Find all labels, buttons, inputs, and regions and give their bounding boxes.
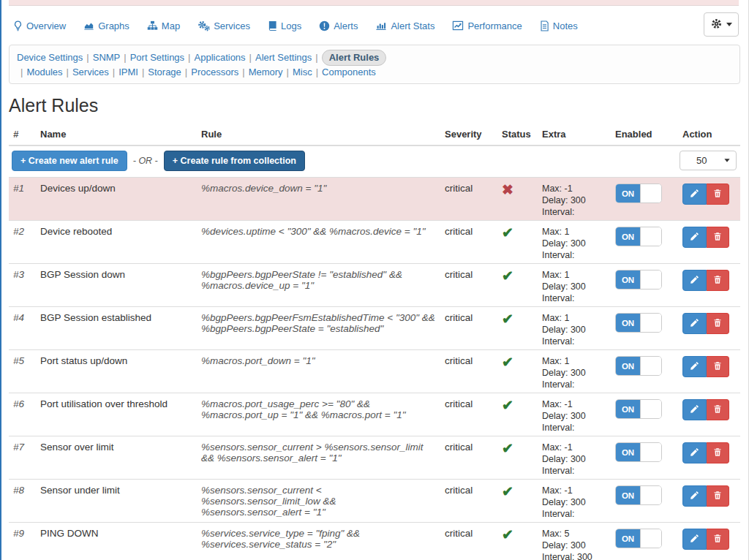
subnav-item-snmp[interactable]: SNMP bbox=[93, 52, 121, 63]
trash-icon bbox=[713, 404, 722, 416]
toggle-handle bbox=[640, 357, 661, 375]
alert-rule-row: #4 BGP Session established %bgpPeers.bgp… bbox=[9, 307, 740, 350]
topnav-item-graphs[interactable]: Graphs bbox=[83, 20, 129, 31]
delete-rule-button[interactable] bbox=[707, 485, 729, 507]
toggle-handle bbox=[640, 529, 661, 548]
rule-number: #3 bbox=[9, 264, 34, 307]
toggle-on-label: ON bbox=[616, 314, 640, 332]
edit-rule-button[interactable] bbox=[682, 529, 707, 550]
toggle-on-label: ON bbox=[616, 270, 640, 289]
device-settings-nav: Device Settings|SNMP|Port Settings|Appli… bbox=[9, 45, 740, 84]
subnav-item-alert-rules[interactable]: Alert Rules bbox=[322, 50, 387, 66]
toggle-on-label: ON bbox=[616, 529, 640, 548]
enabled-toggle[interactable]: ON bbox=[615, 270, 662, 290]
nav-separator: | bbox=[142, 67, 144, 77]
rule-number: #8 bbox=[9, 480, 34, 523]
rule-name: Device rebooted bbox=[34, 221, 195, 264]
edit-rule-button[interactable] bbox=[682, 399, 707, 420]
trash-icon bbox=[713, 318, 722, 330]
alert-rule-row: #9 PING DOWN %services.service_type = "f… bbox=[9, 523, 740, 560]
subnav-item-alert-settings[interactable]: Alert Settings bbox=[255, 52, 312, 63]
topnav-item-label: Notes bbox=[553, 20, 578, 31]
col-header-number: # bbox=[9, 126, 34, 145]
edit-rule-button[interactable] bbox=[682, 313, 707, 334]
edit-rule-button[interactable] bbox=[682, 485, 707, 507]
enabled-toggle[interactable]: ON bbox=[615, 442, 662, 462]
delete-rule-button[interactable] bbox=[707, 227, 729, 248]
subnav-item-services[interactable]: Services bbox=[72, 67, 109, 77]
lightbulb-icon bbox=[13, 20, 23, 31]
delete-rule-button[interactable] bbox=[707, 356, 729, 377]
nav-separator: | bbox=[315, 52, 317, 63]
delete-rule-button[interactable] bbox=[707, 442, 729, 463]
enabled-toggle[interactable]: ON bbox=[615, 399, 662, 419]
topnav-item-map[interactable]: Map bbox=[147, 20, 180, 31]
col-header-status: Status bbox=[496, 126, 536, 145]
col-header-rule: Rule bbox=[195, 126, 439, 145]
col-header-extra: Extra bbox=[536, 126, 609, 145]
pencil-icon bbox=[690, 318, 699, 330]
alert-rule-row: #5 Port status up/down %macros.port_down… bbox=[9, 350, 740, 393]
toggle-on-label: ON bbox=[616, 443, 640, 461]
trash-icon bbox=[713, 232, 722, 243]
delete-rule-button[interactable] bbox=[707, 529, 729, 550]
rule-expression: %macros.port_usage_perc >= "80" && %macr… bbox=[195, 393, 439, 436]
edit-rule-button[interactable] bbox=[682, 356, 707, 377]
delete-rule-button[interactable] bbox=[707, 183, 729, 205]
subnav-item-misc[interactable]: Misc bbox=[293, 67, 312, 77]
topnav-item-services[interactable]: Services bbox=[197, 20, 250, 31]
topnav-item-logs[interactable]: Logs bbox=[268, 20, 301, 31]
subnav-item-modules[interactable]: Modules bbox=[26, 67, 62, 77]
rule-extra: Max: 1Delay: 300Interval: bbox=[536, 264, 609, 307]
check-icon: ✔ bbox=[502, 225, 513, 241]
rule-severity: critical bbox=[439, 221, 496, 264]
rule-extra: Max: -1Delay: 300Interval: bbox=[536, 480, 609, 523]
edit-rule-button[interactable] bbox=[682, 442, 707, 463]
subnav-item-port-settings[interactable]: Port Settings bbox=[130, 52, 184, 63]
device-top-nav: OverviewGraphsMapServicesLogsAlertsAlert… bbox=[13, 13, 740, 38]
create-new-alert-rule-button[interactable]: + Create new alert rule bbox=[12, 151, 127, 171]
subnav-item-components[interactable]: Components bbox=[322, 67, 376, 77]
enabled-toggle[interactable]: ON bbox=[615, 485, 662, 505]
topnav-item-alert-stats[interactable]: Alert Stats bbox=[375, 20, 434, 31]
settings-menu-button[interactable] bbox=[704, 12, 739, 37]
enabled-toggle[interactable]: ON bbox=[615, 313, 662, 333]
enabled-toggle[interactable]: ON bbox=[615, 227, 662, 246]
subnav-item-memory[interactable]: Memory bbox=[249, 67, 283, 77]
enabled-toggle[interactable]: ON bbox=[615, 529, 662, 548]
subnav-item-processors[interactable]: Processors bbox=[191, 67, 238, 77]
rule-number: #2 bbox=[9, 221, 34, 264]
rule-name: BGP Session down bbox=[34, 264, 195, 307]
pencil-icon bbox=[690, 447, 699, 459]
subnav-item-storage[interactable]: Storage bbox=[148, 67, 181, 77]
subnav-item-device-settings[interactable]: Device Settings bbox=[17, 52, 83, 63]
enabled-toggle[interactable]: ON bbox=[615, 356, 662, 376]
nav-separator: | bbox=[86, 52, 89, 63]
edit-rule-button[interactable] bbox=[682, 227, 707, 248]
delete-rule-button[interactable] bbox=[707, 399, 729, 420]
topnav-item-overview[interactable]: Overview bbox=[13, 20, 66, 31]
trash-icon bbox=[713, 189, 722, 200]
create-rule-from-collection-button[interactable]: + Create rule from collection bbox=[164, 151, 305, 171]
caret-down-icon bbox=[726, 23, 732, 26]
enabled-toggle[interactable]: ON bbox=[615, 183, 662, 203]
pencil-icon bbox=[690, 361, 699, 373]
rule-extra: Max: -1Delay: 300Interval: bbox=[536, 393, 609, 436]
topnav-item-performance[interactable]: Performance bbox=[452, 20, 522, 31]
edit-rule-button[interactable] bbox=[682, 270, 707, 291]
subnav-item-applications[interactable]: Applications bbox=[195, 52, 246, 63]
topnav-item-alerts[interactable]: Alerts bbox=[319, 20, 358, 31]
trash-icon bbox=[713, 447, 722, 459]
subnav-item-ipmi[interactable]: IPMI bbox=[118, 67, 138, 77]
nav-separator: | bbox=[188, 52, 190, 63]
page-size-select[interactable]: 50 bbox=[680, 151, 737, 170]
delete-rule-button[interactable] bbox=[707, 313, 729, 334]
delete-rule-button[interactable] bbox=[707, 270, 729, 291]
nav-separator: | bbox=[124, 52, 126, 63]
rule-name: Port status up/down bbox=[34, 350, 195, 393]
edit-rule-button[interactable] bbox=[682, 183, 707, 205]
rule-severity: critical bbox=[439, 393, 496, 436]
rule-extra: Max: 1Delay: 300Interval: bbox=[536, 221, 609, 264]
topnav-item-notes[interactable]: Notes bbox=[540, 20, 578, 31]
toggle-on-label: ON bbox=[616, 227, 640, 246]
